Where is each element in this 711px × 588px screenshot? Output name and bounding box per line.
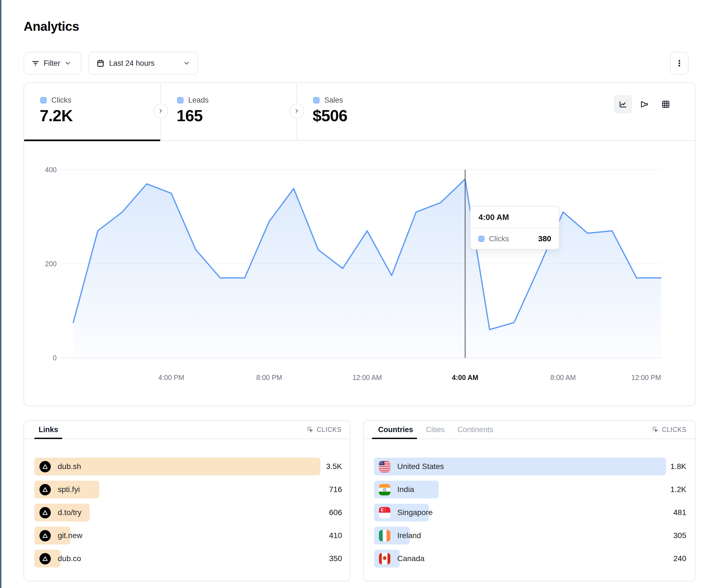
tooltip-value: 380 <box>538 234 552 243</box>
svg-text:4:00 AM: 4:00 AM <box>452 374 478 381</box>
line-chart-toggle[interactable] <box>614 95 632 113</box>
tab-cities[interactable]: Cities <box>426 426 445 434</box>
cursor-click-icon <box>652 426 659 433</box>
tab-links[interactable]: Links <box>39 426 58 434</box>
date-range-label: Last 24 hours <box>109 59 178 68</box>
analytics-card: Clicks 7.2K Leads 165 Sales $506 <box>24 82 695 406</box>
svg-text:8:00 AM: 8:00 AM <box>550 374 576 381</box>
clicks-legend-swatch <box>40 97 47 104</box>
us-flag-icon <box>379 461 390 472</box>
filter-button[interactable]: Filter <box>24 52 81 75</box>
row-label: git.new <box>58 531 83 540</box>
left-edge-strip <box>0 0 1 588</box>
clicks-area-chart: 0200400 4:00 PM8:00 PM12:00 AM4:00 AM8:0… <box>24 141 695 406</box>
row-value: 481 <box>673 508 686 517</box>
clicks-chart[interactable]: 0200400 4:00 PM8:00 PM12:00 AM4:00 AM8:0… <box>24 141 695 406</box>
clicks-tab-label: Clicks <box>51 96 71 105</box>
dub-logo-icon <box>39 461 51 472</box>
link-row[interactable]: d.to/try606 <box>35 504 342 521</box>
row-label: dub.co <box>58 554 81 563</box>
svg-text:4:00 PM: 4:00 PM <box>158 374 184 381</box>
stat-tabs: Clicks 7.2K Leads 165 Sales $506 <box>24 83 695 141</box>
leads-tab-value: 165 <box>177 106 203 125</box>
leads-legend-swatch <box>177 97 184 104</box>
row-value: 606 <box>329 508 342 517</box>
grid-icon <box>661 100 670 109</box>
expand-sales-button[interactable] <box>289 104 304 118</box>
chevron-right-icon <box>158 108 164 114</box>
row-value: 410 <box>329 531 342 540</box>
countries-panel: Countries Cities Continents CLICKS Unite… <box>363 420 695 581</box>
tooltip-series-label: Clicks <box>489 235 534 243</box>
more-options-button[interactable] <box>670 52 689 75</box>
row-label: Canada <box>397 554 425 563</box>
row-label: spti.fyi <box>58 485 80 494</box>
link-row[interactable]: dub.co350 <box>35 550 342 567</box>
row-label: Ireland <box>397 531 421 540</box>
filter-button-label: Filter <box>44 59 60 68</box>
links-metric-button[interactable]: CLICKS <box>306 426 342 433</box>
row-value: 716 <box>329 485 342 494</box>
country-row[interactable]: India1.2K <box>374 481 686 498</box>
row-label: India <box>397 485 414 494</box>
funnel-chart-icon <box>640 100 649 109</box>
ca-flag-icon <box>379 553 390 564</box>
tab-countries[interactable]: Countries <box>378 426 413 434</box>
svg-text:200: 200 <box>45 260 57 268</box>
filter-icon <box>31 59 40 67</box>
country-row[interactable]: Canada240 <box>374 550 686 567</box>
svg-text:400: 400 <box>45 166 57 174</box>
sg-flag-icon <box>379 507 390 518</box>
chart-tooltip: 4:00 AM Clicks 380 <box>470 206 559 250</box>
row-label: d.to/try <box>58 508 82 517</box>
svg-text:0: 0 <box>53 354 57 362</box>
expand-leads-button[interactable] <box>153 104 168 118</box>
links-panel-header: Links CLICKS <box>24 421 350 439</box>
tooltip-legend-swatch <box>478 236 484 242</box>
link-row[interactable]: dub.sh3.5K <box>35 458 342 475</box>
tab-sales[interactable]: Sales $506 <box>297 83 433 141</box>
links-list: dub.sh3.5Kspti.fyi716d.to/try606git.new4… <box>35 458 342 567</box>
ie-flag-icon <box>379 530 390 541</box>
dub-logo-icon <box>39 484 51 495</box>
tab-continents[interactable]: Continents <box>457 426 493 434</box>
country-row[interactable]: Singapore481 <box>374 504 686 521</box>
chevron-down-icon <box>64 60 71 67</box>
dub-logo-icon <box>39 553 51 564</box>
countries-metric-label: CLICKS <box>662 426 687 433</box>
chevron-right-icon <box>294 108 300 114</box>
cursor-click-icon <box>306 426 314 433</box>
tooltip-time: 4:00 AM <box>471 207 559 229</box>
line-chart-icon <box>619 100 627 109</box>
links-panel: Links CLICKS dub.sh3.5Kspti.fyi716d.to/t… <box>24 420 350 581</box>
tab-leads[interactable]: Leads 165 <box>161 83 297 141</box>
dub-logo-icon <box>39 530 51 541</box>
countries-list: United States1.8KIndia1.2KSingapore481Ir… <box>374 458 686 567</box>
countries-metric-button[interactable]: CLICKS <box>652 426 687 433</box>
row-label: United States <box>397 462 444 471</box>
link-row[interactable]: spti.fyi716 <box>35 481 342 498</box>
country-row[interactable]: United States1.8K <box>374 458 686 475</box>
row-value: 240 <box>673 554 686 563</box>
in-flag-icon <box>379 484 390 495</box>
chart-type-toggles <box>614 95 675 113</box>
date-range-button[interactable]: Last 24 hours <box>89 52 198 75</box>
row-value: 305 <box>673 531 686 540</box>
country-row[interactable]: Ireland305 <box>374 527 686 544</box>
table-view-toggle[interactable] <box>656 95 675 113</box>
svg-text:8:00 PM: 8:00 PM <box>256 374 282 381</box>
page-title: Analytics <box>24 19 79 34</box>
leads-tab-label: Leads <box>188 96 209 105</box>
sales-tab-value: $506 <box>313 106 347 125</box>
row-value: 1.2K <box>670 485 686 494</box>
row-value: 1.8K <box>670 462 686 471</box>
tab-clicks[interactable]: Clicks 7.2K <box>24 83 160 141</box>
funnel-chart-toggle[interactable] <box>635 95 653 113</box>
row-label: dub.sh <box>58 462 81 471</box>
active-tab-underline <box>372 438 417 439</box>
row-label: Singapore <box>397 508 433 517</box>
svg-text:12:00 AM: 12:00 AM <box>352 374 382 381</box>
links-metric-label: CLICKS <box>317 426 342 433</box>
link-row[interactable]: git.new410 <box>35 527 342 544</box>
kebab-icon <box>675 59 684 67</box>
